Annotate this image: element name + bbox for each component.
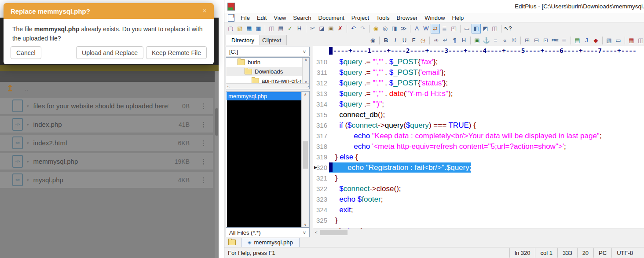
copy-word-icon[interactable]: ◨ [390,24,399,33]
code-line-316[interactable]: 316 if ($connect->query($query) === TRUE… [313,120,644,130]
table-cell-icon[interactable]: ⊡ [541,36,550,45]
menu-file[interactable]: File [237,14,253,22]
document-properties-icon[interactable]: ◰ [449,24,458,33]
page-scrollbar[interactable] [215,71,219,258]
object-icon[interactable]: ◆ [591,36,600,45]
font-tag-icon[interactable]: F [409,36,418,45]
print-icon[interactable]: ▤ [276,24,285,33]
html-document-icon[interactable]: H [295,24,304,33]
auto-indent-icon[interactable]: ⇄ [431,24,440,33]
frame-icon[interactable]: ◫ [636,36,644,45]
cancel-button[interactable]: Cancel [11,46,41,59]
menu-edit[interactable]: Edit [253,14,270,22]
paste-icon[interactable]: ▣ [326,24,336,33]
directory-window-icon[interactable]: ◧ [472,24,481,33]
browser-preview-icon[interactable]: ◉ [368,36,377,45]
scroll-left-icon[interactable]: < [227,85,230,88]
tag-icon[interactable]: « [500,36,509,45]
copy-icon[interactable]: ◪ [317,24,326,33]
file-filter-select[interactable]: All Files (*.*) ∨ [226,228,310,237]
document-tab[interactable]: ◈ memmysql.php [241,238,300,247]
menu-tools[interactable]: Tools [373,14,393,22]
replace-icon[interactable]: ◎ [381,24,390,33]
table-icon[interactable]: ⊞ [523,36,532,45]
redo-icon[interactable]: ↷ [358,24,367,33]
scroll-down-icon[interactable]: ∨ [302,223,309,227]
file-row[interactable]: </>▾index2.html6KB⋮ [0,135,213,151]
script-icon[interactable]: ▤ [573,36,582,45]
spell-check-icon[interactable]: ✓ [285,24,295,33]
close-icon[interactable]: × [202,7,207,15]
file-menu-icon[interactable]: ⋮ [200,102,207,110]
form-icon[interactable]: ▭ [614,36,623,45]
cliptext-window-icon[interactable]: ◩ [481,24,490,33]
code-line-314[interactable]: 314 $query .= "')"; [313,99,644,109]
code-line-323[interactable]: 323 echo $footer; [313,194,644,204]
scroll-right-icon[interactable]: > [307,85,309,88]
code-line-322[interactable]: 322 $connect->close(); [313,183,644,194]
code-line-324[interactable]: 324 exit; [313,204,644,215]
tree-horizontal-scrollbar[interactable]: < > [226,83,310,89]
bold-icon[interactable]: B [381,36,391,45]
delete-icon[interactable]: ✗ [336,24,345,33]
find-icon[interactable]: ◉ [371,24,381,33]
page-scrollbar-thumb[interactable] [215,108,218,136]
special-character-icon[interactable]: © [509,36,519,45]
keep-remote-file-button[interactable]: Keep Remote File [146,46,207,59]
chevron-down-icon[interactable]: ▾ [27,178,29,182]
drive-select[interactable]: [C:] ∨ [226,47,310,56]
italic-icon[interactable]: I [391,36,400,45]
indent-icon[interactable]: ≫ [399,24,408,33]
editplus-titlebar[interactable]: EditPlus - [C:\Users\burin\Downloads\mem… [224,0,644,13]
menu-window[interactable]: Window [421,14,448,22]
scroll-up-icon[interactable]: ∧ [305,58,307,62]
new-document-icon[interactable]: ▢ [226,24,235,33]
cut-icon[interactable]: ✂ [308,24,317,33]
code-line-311[interactable]: 311 $query .= "','" . $_POST{'email'}; [313,67,644,77]
scroll-left-icon[interactable]: < [313,230,320,235]
tree-vertical-scrollbar[interactable]: ∧ ∨ [302,58,309,84]
java-icon[interactable]: J [582,36,591,45]
child-document-icon[interactable] [228,14,234,22]
table-row-icon[interactable]: ⊟ [532,36,541,45]
menu-help[interactable]: Help [449,14,468,22]
file-row[interactable]: </>▾index.php41B⋮ [0,116,213,133]
code-line-326[interactable]: 326 } else { [313,225,644,229]
code-line-318[interactable]: 318 echo '<meta http-equiv=refresh conte… [313,141,644,151]
nbsp-icon[interactable]: nb [432,36,441,45]
context-help-icon[interactable]: ↖? [503,24,512,33]
tab-cliptext[interactable]: Cliptext [256,35,287,45]
preformat-icon[interactable]: PRE [550,36,560,45]
heading-icon[interactable]: H [459,36,468,45]
tab-folder-button[interactable] [226,238,238,246]
line-break-icon[interactable]: ↵ [441,36,450,45]
menu-search[interactable]: Search [289,14,315,22]
chevron-down-icon[interactable]: ▾ [27,122,29,127]
undo-icon[interactable]: ↶ [349,24,358,33]
code-line-317[interactable]: 317 echo "Keep data : completely<br/>You… [313,130,644,141]
font-icon[interactable]: A [412,24,421,33]
selected-file-row[interactable]: memmysql.php [227,92,302,100]
menu-project[interactable]: Project [348,14,373,22]
save-all-icon[interactable]: ▩ [254,24,263,33]
time-icon[interactable]: ◷ [418,36,428,45]
tab-directory[interactable]: Directory [226,35,260,45]
code-line-325[interactable]: 325 } [313,215,644,225]
color-picker-icon[interactable]: ▦ [627,36,636,45]
file-menu-icon[interactable]: ⋮ [200,176,207,184]
file-row[interactable]: </>▾memmysql.php19KB⋮ [0,153,213,170]
open-file-icon[interactable]: ▧ [235,24,245,33]
parent-directory-row[interactable]: ↥ .. [0,82,218,94]
tree-item-downloads[interactable]: Downloads [226,67,309,76]
code-line-315[interactable]: 315 connect_db(); [313,109,644,120]
output-window-icon[interactable]: ◫ [490,24,499,33]
code-line-321[interactable]: 321 } [313,173,644,183]
menu-view[interactable]: View [270,14,289,22]
files-scrollbar-thumb[interactable] [303,141,308,169]
underline-icon[interactable]: U [400,36,409,45]
file-menu-icon[interactable]: ⋮ [200,121,207,129]
line-number-icon[interactable]: ≣ [440,24,449,33]
code-line-313[interactable]: 313 $query .= "','" . date("Y-m-d H:i:s"… [313,88,644,99]
files-vertical-scrollbar[interactable]: ∧ ∨ [301,92,309,227]
file-menu-icon[interactable]: ⋮ [200,158,207,166]
